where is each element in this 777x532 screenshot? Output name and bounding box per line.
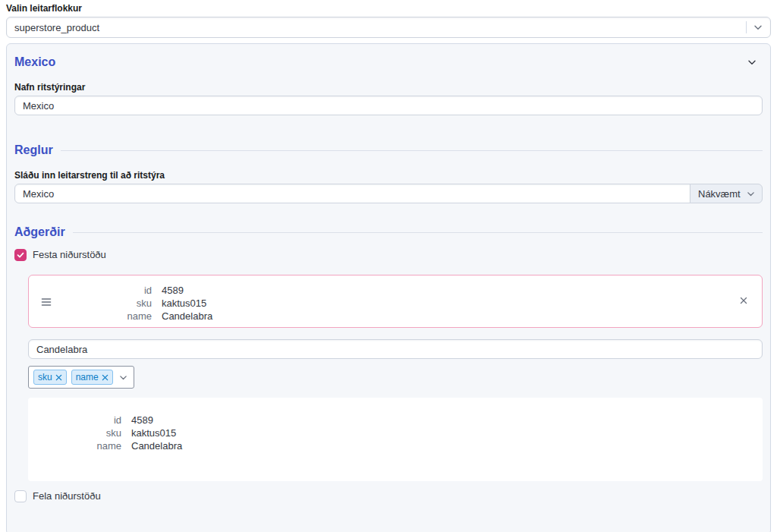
document-field-value: 4589 xyxy=(131,414,750,427)
check-icon xyxy=(17,251,24,259)
match-type-select[interactable]: Nákvæmt xyxy=(690,184,763,203)
preview-document-fields: id 4589 sku kaktus015 name Candelabra xyxy=(40,414,750,452)
close-icon xyxy=(739,296,748,305)
query-input[interactable] xyxy=(14,184,690,203)
query-label: Sláðu inn leitarstreng til að ritstýra xyxy=(14,170,763,181)
chevron-down-icon[interactable] xyxy=(119,373,127,382)
document-field-value: Candelabra xyxy=(162,310,212,323)
curation-name-label: Nafn ritstýringar xyxy=(14,82,763,93)
curation-title: Mexico xyxy=(14,55,55,69)
collapse-chevron-icon[interactable] xyxy=(747,58,757,67)
hide-checkbox-label: Fela niðurstöðu xyxy=(33,490,101,502)
curation-panel-header[interactable]: Mexico xyxy=(14,55,763,70)
chevron-down-icon xyxy=(747,190,755,198)
remove-tag-icon[interactable] xyxy=(55,374,62,381)
pin-checkbox-box[interactable] xyxy=(14,249,27,261)
pin-checkbox-label: Festa niðurstöðu xyxy=(33,249,106,261)
document-field-value: 4589 xyxy=(162,285,212,297)
rules-section-heading: Reglur xyxy=(14,143,763,158)
document-field-key: sku xyxy=(61,297,152,310)
divider xyxy=(73,232,763,233)
document-field-key: id xyxy=(40,414,121,427)
field-tag-label: name xyxy=(76,372,99,382)
field-filter-combobox[interactable]: sku name xyxy=(28,366,134,389)
engine-select-label: Valin leitarflokkur xyxy=(6,3,771,14)
pinned-document-fields: id 4589 sku kaktus015 name Candelabra xyxy=(61,285,212,318)
remove-pinned-button[interactable] xyxy=(738,294,750,309)
divider xyxy=(61,150,763,151)
pin-result-checkbox[interactable]: Festa niðurstöðu xyxy=(14,249,763,261)
pinned-query-input[interactable] xyxy=(28,339,763,359)
curation-name-row: Nafn ritstýringar xyxy=(14,82,763,115)
curation-name-input[interactable] xyxy=(14,96,763,115)
pinned-settings: id 4589 sku kaktus015 name Candelabra sk… xyxy=(28,275,763,481)
document-field-value: kaktus015 xyxy=(131,427,750,439)
curation-panel: Mexico Nafn ritstýringar Reglur Sláðu in… xyxy=(6,43,771,532)
match-type-value: Nákvæmt xyxy=(698,188,741,200)
query-row: Sláðu inn leitarstreng til að ritstýra N… xyxy=(14,170,763,203)
query-input-group: Nákvæmt xyxy=(14,184,763,203)
document-field-key: name xyxy=(61,310,152,323)
field-tag-label: sku xyxy=(38,372,52,382)
engine-selector-section: Valin leitarflokkur superstore_product xyxy=(0,0,777,38)
drag-handle-icon[interactable] xyxy=(41,285,52,318)
field-tag-sku: sku xyxy=(33,370,67,385)
document-field-key: name xyxy=(40,440,121,452)
hide-result-checkbox[interactable]: Fela niðurstöðu xyxy=(14,490,763,502)
divider xyxy=(746,21,747,33)
engine-select[interactable]: superstore_product xyxy=(6,17,771,38)
remove-tag-icon[interactable] xyxy=(102,374,109,381)
document-field-key: id xyxy=(61,285,152,297)
result-preview-panel: id 4589 sku kaktus015 name Candelabra xyxy=(28,398,763,481)
document-field-value: kaktus015 xyxy=(162,297,212,310)
actions-heading: Aðgerðir xyxy=(14,225,65,239)
document-field-key: sku xyxy=(40,427,121,439)
actions-section-heading: Aðgerðir xyxy=(14,225,763,240)
rules-heading: Reglur xyxy=(14,143,53,157)
chevron-down-icon xyxy=(753,23,763,32)
document-field-value: Candelabra xyxy=(131,440,750,452)
pinned-result-card: id 4589 sku kaktus015 name Candelabra xyxy=(28,275,763,328)
hide-checkbox-box[interactable] xyxy=(14,490,27,502)
field-tag-name: name xyxy=(71,370,113,385)
engine-select-value: superstore_product xyxy=(14,22,746,33)
